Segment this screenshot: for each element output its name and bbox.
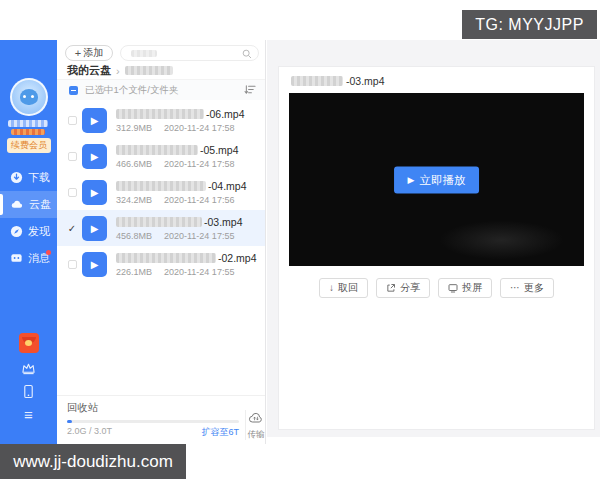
- checkbox-empty: [68, 188, 77, 197]
- play-glyph: ▶: [91, 115, 99, 126]
- filename-suffix: -04.mp4: [208, 180, 247, 192]
- sidebar-item-label: 下载: [28, 170, 50, 185]
- file-size: 324.2MB: [116, 195, 164, 205]
- file-size: 466.6MB: [116, 159, 164, 169]
- hamburger-menu-icon[interactable]: ≡: [24, 408, 33, 422]
- preview-filename-redacted: [291, 76, 343, 86]
- preview-actions: ↓ 取回 分享 投屏 ⋯ 更多: [279, 278, 594, 298]
- sidebar-item-messages[interactable]: 消息: [0, 245, 57, 272]
- play-glyph: ▶: [91, 151, 99, 162]
- file-size: 226.1MB: [116, 267, 164, 277]
- filename-redacted: [116, 253, 216, 263]
- file-date: 2020-11-24 17:58: [164, 123, 234, 133]
- file-info: -03.mp4 456.8MB2020-11-24 17:55: [116, 216, 243, 241]
- add-button[interactable]: + 添加: [65, 45, 113, 61]
- file-date: 2020-11-24 17:55: [164, 267, 234, 277]
- filename-suffix: -05.mp4: [200, 144, 239, 156]
- site-watermark: www.jj-doudizhu.com: [0, 444, 186, 479]
- file-info: -05.mp4 466.6MB2020-11-24 17:58: [116, 144, 239, 169]
- play-glyph: ▶: [91, 223, 99, 234]
- notification-dot: [46, 250, 51, 255]
- red-packet-icon[interactable]: [19, 333, 39, 353]
- download-icon: [10, 171, 23, 184]
- check-icon: ✓: [68, 223, 76, 234]
- chevron-right-icon: ›: [116, 65, 120, 77]
- screen: 续费会员 下载 云盘 发: [0, 0, 600, 480]
- file-size: 312.9MB: [116, 123, 164, 133]
- filename-suffix: -02.mp4: [218, 252, 257, 264]
- cast-button[interactable]: 投屏: [438, 278, 492, 298]
- sidebar-item-discover[interactable]: 发现: [0, 218, 57, 245]
- sidebar-item-download[interactable]: 下载: [0, 164, 57, 191]
- play-glyph: ▶: [91, 259, 99, 270]
- expand-storage-link[interactable]: 扩容至6T: [201, 426, 239, 439]
- more-label: 更多: [524, 281, 544, 295]
- toolbar: + 添加: [57, 40, 265, 62]
- play-now-label: 立即播放: [419, 172, 465, 187]
- file-list: ▶ -06.mp4 312.9MB2020-11-24 17:58 ▶ -05.…: [57, 102, 265, 282]
- play-now-button[interactable]: ▶ 立即播放: [394, 166, 480, 193]
- video-thumbnail-icon: ▶: [82, 252, 107, 277]
- file-panel: + 添加 我的云盘 › 已选中1个文件/文件夹: [57, 40, 266, 444]
- recycle-bin-link[interactable]: 回收站: [67, 401, 99, 415]
- sort-icon[interactable]: [244, 84, 256, 95]
- breadcrumb-folder-redacted: [125, 66, 173, 75]
- avatar[interactable]: [10, 78, 48, 116]
- file-date: 2020-11-24 17:58: [164, 159, 234, 169]
- preview-panel: -03.mp4 ▶ 立即播放 ↓ 取回 分享: [267, 40, 600, 437]
- renew-vip-badge[interactable]: 续费会员: [7, 138, 51, 153]
- filename-redacted: [116, 145, 198, 155]
- sidebar-item-label: 发现: [28, 224, 50, 239]
- message-icon: [10, 252, 23, 265]
- file-row[interactable]: ▶ -02.mp4 226.1MB2020-11-24 17:55: [57, 246, 265, 282]
- video-preview-area[interactable]: ▶ 立即播放: [289, 93, 584, 266]
- filename-suffix: -06.mp4: [206, 108, 245, 120]
- mobile-phone-icon[interactable]: [22, 384, 35, 399]
- share-button[interactable]: 分享: [376, 278, 430, 298]
- file-row[interactable]: ▶ -06.mp4 312.9MB2020-11-24 17:58: [57, 102, 265, 138]
- selection-count-text: 已选中1个文件/文件夹: [85, 84, 178, 97]
- row-checkbox[interactable]: [65, 188, 79, 197]
- play-icon: ▶: [408, 175, 415, 185]
- preview-card: -03.mp4 ▶ 立即播放 ↓ 取回 分享: [278, 66, 595, 430]
- sidebar-item-label: 云盘: [29, 197, 51, 212]
- file-date: 2020-11-24 17:56: [164, 195, 234, 205]
- video-thumbnail-icon: ▶: [82, 180, 107, 205]
- breadcrumb: 我的云盘 ›: [57, 62, 265, 80]
- sidebar-bottom-icons: ≡: [0, 333, 57, 422]
- sidebar-nav: 下载 云盘 发现 消息: [0, 164, 57, 272]
- checkbox-empty: [68, 260, 77, 269]
- sidebar-item-cloud-drive[interactable]: 云盘: [0, 191, 57, 218]
- app-window: 续费会员 下载 云盘 发: [0, 40, 600, 444]
- search-input[interactable]: [120, 45, 259, 61]
- row-checkbox[interactable]: [65, 116, 79, 125]
- breadcrumb-root[interactable]: 我的云盘: [67, 63, 111, 78]
- select-all-checkbox[interactable]: [69, 86, 78, 95]
- row-checkbox[interactable]: [65, 152, 79, 161]
- row-checkbox[interactable]: ✓: [65, 223, 79, 234]
- cast-label: 投屏: [462, 281, 482, 295]
- preview-filename-suffix: -03.mp4: [346, 75, 385, 87]
- video-thumbnail-icon: ▶: [82, 216, 107, 241]
- file-info: -06.mp4 312.9MB2020-11-24 17:58: [116, 108, 245, 133]
- filename-suffix: -03.mp4: [204, 216, 243, 228]
- play-glyph: ▶: [91, 187, 99, 198]
- filename-redacted: [116, 217, 202, 227]
- search-text-redacted: [131, 50, 157, 57]
- file-info: -02.mp4 226.1MB2020-11-24 17:55: [116, 252, 257, 277]
- cloud-icon: [10, 198, 24, 211]
- file-size: 456.8MB: [116, 231, 164, 241]
- cast-screen-icon: [448, 283, 458, 293]
- more-button[interactable]: ⋯ 更多: [500, 278, 554, 298]
- crown-vip-icon[interactable]: [21, 362, 36, 375]
- transfer-button[interactable]: 传输: [246, 410, 266, 441]
- transfer-cloud-icon: [248, 412, 264, 424]
- row-checkbox[interactable]: [65, 260, 79, 269]
- filename-redacted: [116, 109, 204, 119]
- file-row-selected[interactable]: ✓ ▶ -03.mp4 456.8MB2020-11-24 17:55: [57, 210, 265, 246]
- storage-usage-text: 2.0G / 3.0T: [67, 426, 112, 439]
- file-row[interactable]: ▶ -04.mp4 324.2MB2020-11-24 17:56: [57, 174, 265, 210]
- file-row[interactable]: ▶ -05.mp4 466.6MB2020-11-24 17:58: [57, 138, 265, 174]
- retrieve-label: 取回: [338, 281, 358, 295]
- retrieve-button[interactable]: ↓ 取回: [319, 278, 368, 298]
